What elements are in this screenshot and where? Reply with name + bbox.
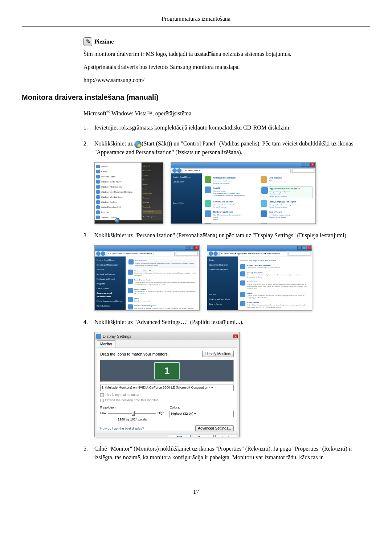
- identify-monitors-button[interactable]: Identify Monitors: [202, 351, 234, 357]
- close-button[interactable]: ×: [307, 246, 311, 250]
- start-menu-right-item[interactable]: Music: [143, 178, 162, 181]
- sidebar-link[interactable]: Ease of Access: [97, 304, 124, 308]
- close-button[interactable]: ×: [310, 163, 315, 167]
- category-title[interactable]: Network and Internet: [213, 200, 235, 204]
- category-sublink[interactable]: Change display language: [269, 206, 299, 208]
- sidebar-link[interactable]: Control Panel Home: [173, 176, 200, 179]
- back-button[interactable]: [209, 251, 213, 256]
- advanced-settings-button[interactable]: Advanced Settings...: [195, 425, 234, 431]
- sidebar-link[interactable]: Classic View: [173, 180, 200, 184]
- control-panel-category[interactable]: ProgramsUninstall a programChange startu…: [205, 223, 257, 224]
- appearance-category[interactable]: Folder OptionsSpecify single- or double-…: [128, 288, 197, 295]
- personalization-item[interactable]: ThemeChange the theme. Themes can change…: [240, 311, 310, 311]
- control-panel-category[interactable]: User AccountsAdd or remove user accounts: [261, 176, 313, 184]
- category-title[interactable]: User Accounts: [269, 176, 290, 180]
- control-panel-category[interactable]: SecurityCheck for updatesCheck this comp…: [205, 186, 257, 198]
- sidebar-link[interactable]: Security: [97, 268, 124, 271]
- item-title[interactable]: Desktop Background: [247, 271, 310, 274]
- back-button[interactable]: [172, 168, 177, 173]
- start-menu-item[interactable]: Paint.net: [96, 210, 140, 215]
- maximize-button[interactable]: □: [189, 246, 194, 250]
- best-display-help-link[interactable]: How do I get the best display?: [100, 426, 144, 431]
- category-title[interactable]: System and Maintenance: [213, 176, 236, 180]
- start-menu-right-item[interactable]: Games: [143, 183, 162, 186]
- start-menu-item[interactable]: Windows Photo Gallery: [96, 184, 140, 189]
- control-panel-category[interactable]: Hardware and SoundPlay CDs or other medi…: [205, 210, 257, 221]
- search-input[interactable]: [292, 168, 314, 173]
- category-title[interactable]: Ease of Access Center: [134, 279, 197, 282]
- sidebar-link[interactable]: Clock, Language, and Region: [97, 300, 124, 303]
- start-menu-item[interactable]: Internet: [96, 164, 140, 169]
- category-sublink[interactable]: Optimize visual display: [269, 216, 291, 218]
- monitor-tab[interactable]: Monitor: [97, 340, 115, 348]
- minimize-button[interactable]: –: [301, 163, 305, 167]
- category-sublink[interactable]: Add or remove user accounts: [269, 180, 290, 182]
- minimize-button[interactable]: –: [297, 246, 302, 250]
- breadcrumb[interactable]: ▸ Control Panel ▸: [183, 168, 291, 173]
- ok-button[interactable]: OK: [169, 435, 191, 437]
- sidebar-link[interactable]: Network and Internet: [97, 273, 124, 276]
- see-also-link[interactable]: See also: [209, 293, 236, 296]
- main-monitor-checkbox[interactable]: [100, 393, 104, 397]
- category-sublink[interactable]: Back up your computer: [213, 182, 236, 184]
- start-menu-item[interactable]: Windows Live Messenger Download: [96, 189, 140, 194]
- task-link[interactable]: Change desktop icons: [209, 263, 236, 267]
- category-title[interactable]: Additional Options: [269, 223, 287, 224]
- see-also-link[interactable]: Taskbar and Start Menu: [209, 298, 236, 301]
- start-menu-item[interactable]: Windows Explorer: [96, 200, 140, 205]
- forward-button[interactable]: [177, 168, 181, 173]
- category-title[interactable]: Appearance and Personalization: [270, 187, 300, 190]
- start-menu-right-item[interactable]: Documents: [143, 169, 162, 172]
- sidebar-link[interactable]: Classic View: [97, 309, 124, 311]
- search-input[interactable]: [176, 251, 198, 256]
- category-title[interactable]: Personalization: [135, 259, 196, 262]
- appearance-category[interactable]: Taskbar and Start MenuCustomize the Star…: [128, 270, 197, 277]
- control-panel-category[interactable]: Appearance and PersonalizationChange des…: [261, 186, 313, 198]
- search-input[interactable]: [289, 251, 310, 256]
- start-menu-right-item[interactable]: Connect To: [143, 206, 162, 209]
- start-menu-right-item[interactable]: online-a08: [143, 165, 162, 168]
- personalization-item[interactable]: Window Color and AppearanceFine tune the…: [240, 264, 310, 269]
- category-title[interactable]: Hardware and Sound: [213, 210, 241, 214]
- apply-button[interactable]: Apply: [215, 435, 237, 437]
- item-title[interactable]: Screen Saver: [247, 280, 310, 283]
- sidebar-link[interactable]: Hardware and Sound: [97, 278, 124, 281]
- category-sublink[interactable]: Set up file sharing: [213, 206, 235, 208]
- control-panel-category[interactable]: Ease of AccessLet Windows suggest settin…: [261, 210, 313, 221]
- appearance-category[interactable]: FontsInstall or remove a font: [128, 297, 197, 302]
- item-title[interactable]: Mouse Pointers: [247, 301, 310, 304]
- start-menu-right-item[interactable]: Control Panel: [143, 210, 162, 214]
- start-menu-right-item[interactable]: Computer: [143, 197, 162, 200]
- monitor-select[interactable]: 1. (Multiple Monitors) on NVIDIA GeForce…: [100, 385, 234, 391]
- appearance-category[interactable]: PersonalizationChange desktop background…: [128, 259, 197, 267]
- start-menu-right-item[interactable]: Search: [143, 188, 162, 190]
- category-sublink[interactable]: Mouse: [213, 218, 241, 221]
- start-menu-right-item[interactable]: Recent Items: [143, 192, 162, 195]
- back-button[interactable]: [96, 251, 101, 256]
- start-menu-right-item[interactable]: Default Programs: [143, 216, 162, 218]
- category-title[interactable]: Folder Options: [134, 288, 197, 291]
- item-title[interactable]: Window Color and Appearance: [247, 264, 281, 267]
- category-title[interactable]: Taskbar and Start Menu: [134, 270, 197, 272]
- task-link[interactable]: Tasks: [209, 259, 236, 262]
- category-title[interactable]: Fonts: [134, 297, 151, 300]
- sidebar-link[interactable]: System and Maintenance: [97, 263, 124, 267]
- resolution-slider[interactable]: Low High: [100, 411, 164, 416]
- sidebar-link[interactable]: User Accounts: [97, 287, 124, 290]
- start-menu-item[interactable]: Windows Meeting Space: [96, 194, 140, 200]
- cancel-button[interactable]: Cancel: [192, 435, 214, 437]
- appearance-category[interactable]: Windows Sidebar PropertiesAdd gadgets to…: [128, 304, 197, 309]
- colors-select[interactable]: Highest (32 bit) ▾: [170, 411, 234, 417]
- maximize-button[interactable]: □: [302, 246, 306, 250]
- forward-button[interactable]: [213, 251, 218, 256]
- personalization-item[interactable]: Mouse PointersPick a different mouse poi…: [240, 301, 310, 308]
- sidebar-link[interactable]: Programs: [97, 282, 124, 286]
- task-link[interactable]: Adjust font size (DPI): [209, 268, 236, 271]
- category-title[interactable]: Windows Sidebar Properties: [134, 304, 194, 307]
- close-button[interactable]: ×: [194, 246, 199, 250]
- sidebar-link[interactable]: Control Panel Home: [97, 259, 124, 262]
- personalization-item[interactable]: Screen SaverChange your screen saver or …: [240, 280, 310, 290]
- slider-thumb[interactable]: [132, 411, 135, 416]
- category-title[interactable]: Security: [213, 186, 245, 190]
- start-menu-right-item[interactable]: Network: [143, 201, 162, 204]
